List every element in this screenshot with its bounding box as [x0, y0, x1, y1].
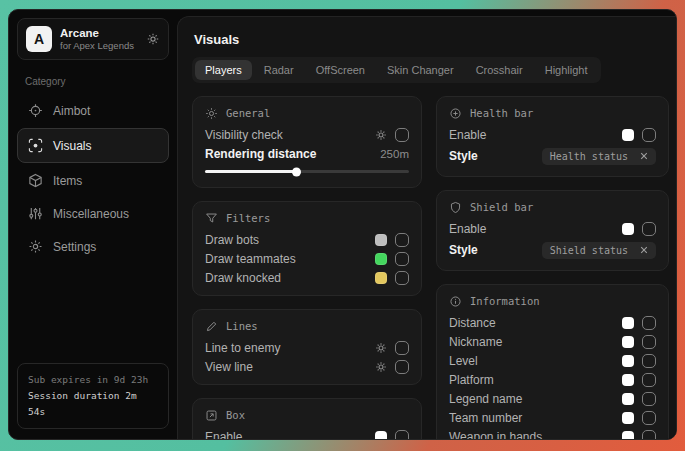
setting-row-draw-bots: Draw bots [205, 230, 409, 249]
checkbox[interactable] [395, 233, 409, 247]
info-icon [449, 295, 462, 308]
brand-logo: A [26, 26, 52, 52]
sidebar-item-items[interactable]: Items [17, 165, 169, 196]
section-lines: Lines Line to enemy View li [192, 309, 422, 385]
tab-offscreen[interactable]: OffScreen [306, 60, 375, 80]
settings-gear-icon [28, 239, 43, 254]
setting-row-team-number: Team number [449, 408, 656, 427]
sidebar-item-miscellaneous[interactable]: Miscellaneous [17, 198, 169, 229]
sun-icon [205, 107, 218, 120]
subscription-expires: Sub expires in 9d 23h [28, 372, 158, 388]
setting-row-health-enable: Enable [449, 125, 656, 144]
setting-row-rendering-distance: Rendering distance 250m [205, 144, 409, 163]
row-settings-gear-icon[interactable] [375, 342, 387, 354]
setting-row-box-enable: Enable [205, 427, 409, 439]
checkbox[interactable] [395, 252, 409, 266]
checkbox[interactable] [395, 271, 409, 285]
tab-radar[interactable]: Radar [254, 60, 304, 80]
color-swatch[interactable] [622, 412, 634, 424]
rendering-distance-slider[interactable] [205, 170, 409, 173]
right-column: Health bar Enable Style Health status [436, 96, 669, 439]
setting-label: Style [449, 243, 478, 257]
setting-label: Style [449, 149, 478, 163]
color-swatch[interactable] [622, 355, 634, 367]
style-select[interactable]: Shield status [542, 242, 656, 259]
brand-text: Arcane for Apex Legends [60, 26, 138, 52]
color-swatch[interactable] [622, 223, 634, 235]
setting-label: Weapon in hands [449, 430, 542, 440]
sidebar-item-label: Settings [53, 240, 96, 254]
box-icon [205, 409, 218, 422]
visuals-icon [28, 138, 43, 153]
tab-players[interactable]: Players [195, 60, 252, 80]
brand-title: Arcane [60, 26, 138, 40]
checkbox[interactable] [642, 335, 656, 349]
section-header: Lines [205, 318, 409, 334]
setting-label: Enable [449, 222, 486, 236]
section-title: Information [470, 295, 540, 307]
tab-crosshair[interactable]: Crosshair [466, 60, 533, 80]
items-icon [28, 173, 43, 188]
slider-fill [205, 170, 297, 173]
checkbox[interactable] [642, 373, 656, 387]
color-swatch[interactable] [622, 317, 634, 329]
sidebar-item-visuals[interactable]: Visuals [17, 128, 169, 163]
setting-label: Draw teammates [205, 252, 296, 266]
close-icon[interactable] [640, 246, 648, 254]
main-panel: Visuals Players Radar OffScreen Skin Cha… [177, 16, 676, 439]
setting-row-shield-enable: Enable [449, 219, 656, 238]
section-title: Lines [226, 320, 258, 332]
checkbox[interactable] [395, 430, 409, 440]
color-swatch[interactable] [375, 431, 387, 440]
checkbox[interactable] [395, 128, 409, 142]
row-settings-gear-icon[interactable] [375, 361, 387, 373]
checkbox[interactable] [642, 316, 656, 330]
checkbox[interactable] [642, 411, 656, 425]
setting-label: Rendering distance [205, 147, 316, 161]
section-header: General [205, 105, 409, 121]
setting-row-draw-teammates: Draw teammates [205, 249, 409, 268]
section-title: Health bar [470, 107, 533, 119]
checkbox[interactable] [642, 392, 656, 406]
color-swatch[interactable] [622, 129, 634, 141]
color-swatch[interactable] [622, 336, 634, 348]
setting-label: View line [205, 360, 253, 374]
setting-label: Platform [449, 373, 494, 387]
miscellaneous-icon [28, 206, 43, 221]
checkbox[interactable] [642, 128, 656, 142]
section-filters: Filters Draw bots Draw teammates [192, 201, 422, 296]
left-column: General Visibility check Re [192, 96, 422, 439]
row-settings-gear-icon[interactable] [375, 129, 387, 141]
slider-thumb[interactable] [292, 167, 301, 176]
sidebar-item-settings[interactable]: Settings [17, 231, 169, 262]
checkbox[interactable] [395, 360, 409, 374]
tab-bar: Players Radar OffScreen Skin Changer Cro… [192, 57, 601, 83]
color-swatch[interactable] [375, 272, 387, 284]
slider-value: 250m [380, 148, 409, 160]
brand-settings-gear-icon[interactable] [146, 32, 160, 46]
close-icon[interactable] [640, 152, 648, 160]
checkbox[interactable] [642, 354, 656, 368]
style-select[interactable]: Health status [542, 148, 656, 165]
color-swatch[interactable] [622, 431, 634, 440]
checkbox[interactable] [642, 430, 656, 440]
tab-skin-changer[interactable]: Skin Changer [377, 60, 464, 80]
setting-label: Distance [449, 316, 496, 330]
setting-row-view-line: View line [205, 357, 409, 376]
checkbox[interactable] [642, 222, 656, 236]
color-swatch[interactable] [375, 253, 387, 265]
section-shield-bar: Shield bar Enable Style Shield status [436, 190, 669, 271]
content-columns: General Visibility check Re [192, 96, 666, 439]
color-swatch[interactable] [622, 393, 634, 405]
color-swatch[interactable] [375, 234, 387, 246]
color-swatch[interactable] [622, 374, 634, 386]
setting-row-legend-name: Legend name [449, 389, 656, 408]
tab-highlight[interactable]: Highlight [535, 60, 598, 80]
checkbox[interactable] [395, 341, 409, 355]
section-box: Box Enable Enable background [192, 398, 422, 439]
sidebar-item-aimbot[interactable]: Aimbot [17, 95, 169, 126]
section-header: Information [449, 293, 656, 309]
section-header: Box [205, 407, 409, 423]
shield-icon [449, 201, 462, 214]
section-health-bar: Health bar Enable Style Health status [436, 96, 669, 177]
